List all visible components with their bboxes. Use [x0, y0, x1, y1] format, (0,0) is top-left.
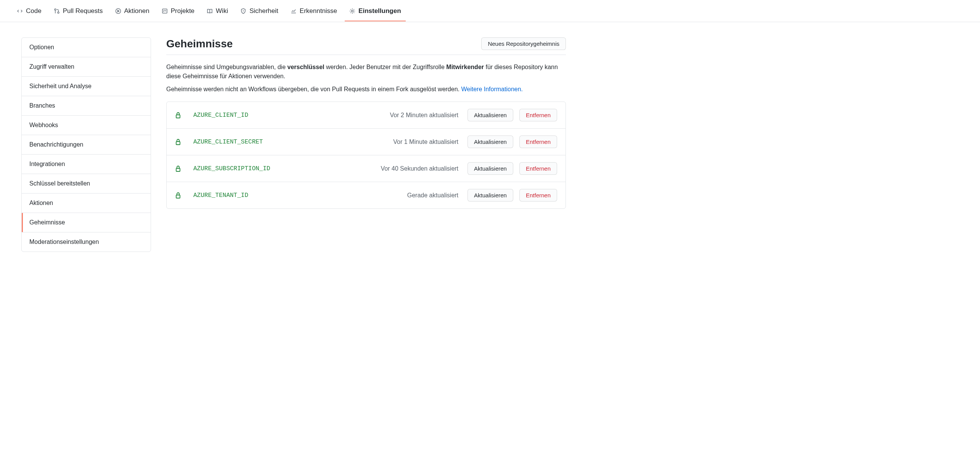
secret-row: AZURE_CLIENT_ID Vor 2 Minuten aktualisie…	[167, 102, 566, 129]
svg-point-4	[243, 11, 244, 11]
book-icon	[207, 8, 213, 14]
tab-actions[interactable]: Aktionen	[111, 1, 154, 21]
sidebar-item-moderation[interactable]: Moderationseinstellungen	[22, 232, 151, 252]
sidebar-item-secrets[interactable]: Geheimnisse	[22, 213, 151, 232]
gear-icon	[349, 8, 355, 14]
tab-projects[interactable]: Projekte	[157, 1, 199, 21]
svg-point-5	[352, 10, 353, 12]
secret-name: AZURE_SUBSCRIPTION_ID	[193, 165, 374, 172]
lock-icon	[175, 112, 181, 119]
sidebar-item-security-analysis[interactable]: Sicherheit und Analyse	[22, 77, 151, 96]
svg-point-0	[55, 9, 56, 10]
repo-tabs: Code Pull Requests Aktionen Projekte Wik…	[0, 0, 980, 22]
update-secret-button[interactable]: Aktualisieren	[468, 109, 513, 121]
secret-name: AZURE_TENANT_ID	[193, 192, 401, 199]
sidebar-item-actions[interactable]: Aktionen	[22, 194, 151, 213]
secret-row: AZURE_TENANT_ID Gerade aktualisiert Aktu…	[167, 182, 566, 208]
lock-icon	[175, 192, 181, 199]
sidebar-item-label: Sicherheit und Analyse	[29, 83, 92, 89]
code-icon	[17, 8, 23, 14]
settings-sidebar: Optionen Zugriff verwalten Sicherheit un…	[21, 37, 151, 252]
tab-wiki[interactable]: Wiki	[202, 1, 233, 21]
secret-updated: Vor 2 Minuten aktualisiert	[390, 112, 458, 119]
tab-label: Aktionen	[124, 7, 149, 15]
tab-label: Wiki	[216, 7, 228, 15]
secrets-description-1: Geheimnisse sind Umgebungsvariablen, die…	[166, 63, 566, 81]
sidebar-item-options[interactable]: Optionen	[22, 38, 151, 57]
sidebar-item-webhooks[interactable]: Webhooks	[22, 116, 151, 135]
tab-settings[interactable]: Einstellungen	[345, 1, 405, 21]
svg-rect-7	[176, 142, 180, 145]
sidebar-item-label: Optionen	[29, 44, 54, 50]
svg-point-1	[58, 12, 59, 13]
secret-name: AZURE_CLIENT_ID	[193, 112, 384, 119]
secret-updated: Vor 40 Sekunden aktualisiert	[381, 165, 458, 172]
sidebar-item-label: Aktionen	[29, 200, 53, 206]
lock-icon	[175, 139, 181, 145]
secret-row: AZURE_SUBSCRIPTION_ID Vor 40 Sekunden ak…	[167, 155, 566, 182]
sidebar-item-label: Benachrichtigungen	[29, 141, 83, 148]
graph-icon	[291, 8, 297, 14]
sidebar-item-integrations[interactable]: Integrationen	[22, 155, 151, 174]
shield-icon	[240, 8, 246, 14]
update-secret-button[interactable]: Aktualisieren	[468, 189, 513, 202]
svg-rect-6	[176, 115, 180, 118]
secrets-list: AZURE_CLIENT_ID Vor 2 Minuten aktualisie…	[166, 102, 566, 209]
tab-label: Code	[26, 7, 42, 15]
tab-label: Pull Requests	[63, 7, 103, 15]
secret-updated: Gerade aktualisiert	[407, 192, 458, 199]
project-icon	[162, 8, 168, 14]
sidebar-item-label: Branches	[29, 102, 55, 109]
tab-security[interactable]: Sicherheit	[236, 1, 283, 21]
secrets-description-2: Geheimnisse werden nicht an Workflows üb…	[166, 85, 566, 94]
tab-pull-requests[interactable]: Pull Requests	[49, 1, 108, 21]
sidebar-item-label: Zugriff verwalten	[29, 63, 74, 70]
sidebar-item-manage-access[interactable]: Zugriff verwalten	[22, 57, 151, 77]
sidebar-item-label: Moderationseinstellungen	[29, 239, 99, 245]
secret-row: AZURE_CLIENT_SECRET Vor 1 Minute aktuali…	[167, 129, 566, 155]
svg-rect-8	[176, 168, 180, 171]
secret-updated: Vor 1 Minute aktualisiert	[393, 139, 458, 145]
update-secret-button[interactable]: Aktualisieren	[468, 135, 513, 148]
play-icon	[115, 8, 121, 14]
main-content: Geheimnisse Neues Repositorygeheimnis Ge…	[166, 37, 566, 252]
sidebar-item-label: Geheimnisse	[29, 219, 65, 226]
page-header: Geheimnisse Neues Repositorygeheimnis	[166, 37, 566, 55]
learn-more-link[interactable]: Weitere Informationen.	[461, 86, 523, 92]
remove-secret-button[interactable]: Entfernen	[519, 189, 557, 202]
new-repository-secret-button[interactable]: Neues Repositorygeheimnis	[481, 37, 566, 50]
svg-rect-9	[176, 195, 180, 198]
svg-rect-3	[162, 9, 167, 13]
tab-label: Einstellungen	[358, 7, 401, 15]
sidebar-item-notifications[interactable]: Benachrichtigungen	[22, 135, 151, 155]
tab-code[interactable]: Code	[12, 1, 46, 21]
secret-name: AZURE_CLIENT_SECRET	[193, 139, 387, 145]
remove-secret-button[interactable]: Entfernen	[519, 162, 557, 175]
remove-secret-button[interactable]: Entfernen	[519, 109, 557, 121]
remove-secret-button[interactable]: Entfernen	[519, 135, 557, 148]
sidebar-item-label: Integrationen	[29, 161, 65, 167]
sidebar-item-label: Webhooks	[29, 122, 58, 128]
sidebar-item-branches[interactable]: Branches	[22, 96, 151, 116]
sidebar-item-deploy-keys[interactable]: Schlüssel bereitstellen	[22, 174, 151, 194]
update-secret-button[interactable]: Aktualisieren	[468, 162, 513, 175]
tab-label: Projekte	[171, 7, 194, 15]
sidebar-item-label: Schlüssel bereitstellen	[29, 180, 90, 187]
tab-insights[interactable]: Erkenntnisse	[286, 1, 342, 21]
tab-label: Erkenntnisse	[300, 7, 337, 15]
tab-label: Sicherheit	[249, 7, 278, 15]
git-pull-request-icon	[54, 8, 60, 14]
lock-icon	[175, 165, 181, 172]
page-title: Geheimnisse	[166, 38, 233, 50]
